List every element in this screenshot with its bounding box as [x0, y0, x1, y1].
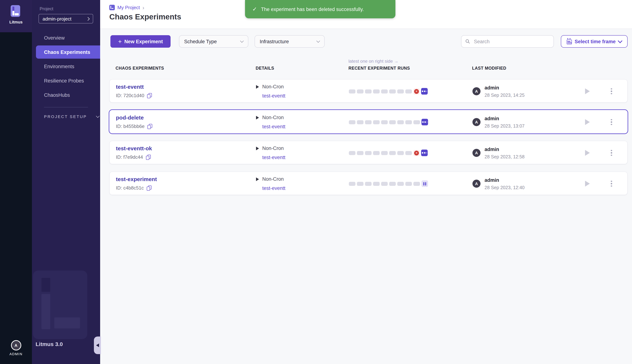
search-box — [461, 35, 554, 48]
user-menu[interactable]: A ADMIN — [0, 340, 32, 356]
experiment-name-link[interactable]: test-eventt-ok — [116, 145, 152, 152]
play-triangle-icon — [256, 146, 259, 150]
schedule-type: Non-Cron — [256, 84, 284, 90]
run-status-failed-icon[interactable]: ✕ — [413, 150, 420, 156]
litmus-watermark-logo — [33, 270, 87, 339]
modified-date: 28 Sep 2023, 12:58 — [484, 154, 524, 160]
run-placeholder — [349, 120, 355, 124]
run-placeholder — [365, 182, 372, 186]
run-status-running-icon[interactable] — [421, 88, 428, 94]
last-modified: A admin 28 Sep 2023, 12:40 — [472, 172, 524, 196]
chevron-down-icon — [316, 39, 320, 43]
experiment-id: ID: c4b8c51c — [116, 185, 151, 190]
run-status-running-icon[interactable] — [421, 119, 428, 125]
run-placeholder — [381, 151, 388, 155]
chaoshub-link[interactable]: test-eventt — [262, 124, 285, 130]
experiment-name-link[interactable]: pod-delete — [116, 114, 144, 120]
success-toast[interactable]: ✓ The experiment has been deleted succes… — [245, 0, 395, 18]
column-header-details: DETAILS — [256, 66, 274, 70]
left-rail: Litmus A ADMIN — [0, 0, 32, 364]
row-menu-button[interactable] — [608, 87, 614, 96]
project-setup-section[interactable]: PROJECT SETUP — [44, 114, 99, 119]
run-experiment-button[interactable] — [585, 119, 590, 125]
run-placeholder — [381, 89, 388, 93]
brand-label: Litmus — [0, 20, 32, 24]
main-content: My Project › Chaos Experiments + New Exp… — [100, 0, 632, 364]
run-experiment-button[interactable] — [585, 181, 590, 186]
litmus-logo-icon — [11, 5, 20, 17]
schedule-type: Non-Cron — [256, 146, 284, 151]
copy-icon[interactable] — [147, 93, 152, 98]
sidebar-item-overview[interactable]: Overview — [32, 31, 100, 44]
row-menu-button[interactable] — [608, 148, 614, 157]
infrastructure-dropdown[interactable]: Infrastructure — [255, 35, 325, 48]
experiment-row-test-eventt[interactable]: test-eventt ID: 720c1d40 Non-Cron test-e… — [109, 79, 627, 103]
chaoshub-link[interactable]: test-eventt — [262, 155, 285, 160]
modified-by: admin — [484, 178, 499, 183]
new-experiment-button[interactable]: + New Experiment — [110, 35, 171, 48]
row-menu-button[interactable] — [608, 118, 614, 126]
schedule-type: Non-Cron — [256, 115, 284, 120]
experiment-name-link[interactable]: test-eventt — [116, 84, 144, 90]
chevron-down-icon — [96, 114, 100, 118]
play-triangle-icon — [256, 116, 259, 119]
run-placeholder — [373, 89, 380, 93]
row-menu-button[interactable] — [608, 179, 614, 188]
project-selector[interactable]: admin-project — [39, 14, 93, 24]
sidebar-item-environments[interactable]: Environments — [32, 60, 100, 73]
run-placeholder — [389, 151, 396, 155]
runs-order-note: latest one on right side → — [348, 59, 398, 64]
column-header-chaos-experiments: CHAOS EXPERIMENTS — [116, 66, 164, 70]
run-placeholder — [381, 182, 388, 186]
chevron-right-icon — [86, 17, 90, 20]
avatar: A — [472, 180, 480, 188]
app-version: Litmus 3.0 — [36, 341, 63, 347]
sidebar-nav: Overview Chaos Experiments Environments … — [32, 30, 100, 103]
sidebar-item-chaoshubs[interactable]: ChaosHubs — [32, 88, 100, 102]
schedule-type-label: Schedule Type — [184, 39, 217, 44]
user-avatar[interactable]: A — [11, 340, 21, 350]
run-status-running-icon[interactable] — [421, 150, 428, 156]
chaoshub-link[interactable]: test-eventt — [262, 93, 285, 98]
play-triangle-icon — [256, 177, 259, 181]
run-placeholder — [389, 120, 396, 124]
run-placeholder — [349, 151, 355, 155]
copy-icon[interactable] — [147, 186, 151, 190]
run-placeholder — [405, 182, 412, 186]
sidebar-collapse-button[interactable] — [94, 336, 101, 354]
experiment-row-pod-delete[interactable]: pod-delete ID: b455bb6e Non-Cron test-ev… — [109, 110, 627, 134]
experiment-id: ID: b455bb6e — [116, 124, 152, 129]
sidebar: Project admin-project Overview Chaos Exp… — [32, 0, 100, 364]
sidebar-item-chaos-experiments[interactable]: Chaos Experiments — [36, 46, 100, 59]
run-placeholder — [397, 182, 404, 186]
experiment-row-test-eventt-ok[interactable]: test-eventt-ok ID: f7e9dc44 Non-Cron tes… — [109, 141, 627, 164]
collapse-arrow-icon — [96, 344, 99, 347]
run-placeholder — [397, 120, 404, 124]
run-placeholder — [405, 120, 412, 124]
run-experiment-button[interactable] — [585, 88, 590, 94]
page-title: Chaos Experiments — [109, 12, 181, 21]
run-experiment-button[interactable] — [585, 150, 590, 156]
run-status-failed-icon[interactable]: ✕ — [413, 88, 420, 94]
last-modified: A admin 28 Sep 2023, 13:07 — [472, 110, 524, 134]
brand-block[interactable]: Litmus — [0, 0, 32, 32]
chevron-down-icon — [618, 38, 622, 43]
copy-icon[interactable] — [146, 155, 150, 160]
schedule-type-dropdown[interactable]: Schedule Type — [179, 35, 248, 48]
experiment-list: test-eventt ID: 720c1d40 Non-Cron test-e… — [109, 79, 627, 202]
copy-icon[interactable] — [148, 124, 152, 129]
run-placeholder — [349, 89, 355, 93]
experiment-id: ID: f7e9dc44 — [116, 154, 150, 160]
experiment-row-test-experiment[interactable]: test-experiment ID: c4b8c51c Non-Cron te… — [109, 172, 627, 195]
sidebar-item-resilience-probes[interactable]: Resilience Probes — [32, 74, 100, 87]
chaoshub-link[interactable]: test-eventt — [262, 186, 285, 191]
experiment-name-link[interactable]: test-experiment — [116, 176, 157, 182]
infrastructure-label: Infrastructure — [260, 39, 289, 44]
schedule-type: Non-Cron — [256, 176, 284, 182]
select-time-frame-button[interactable]: Select time frame — [561, 35, 627, 48]
run-placeholder — [357, 89, 363, 93]
breadcrumb-project-link[interactable]: My Project — [117, 5, 140, 10]
run-status-paused-icon[interactable] — [421, 180, 428, 187]
run-placeholder — [389, 89, 396, 93]
search-input[interactable] — [473, 38, 550, 44]
